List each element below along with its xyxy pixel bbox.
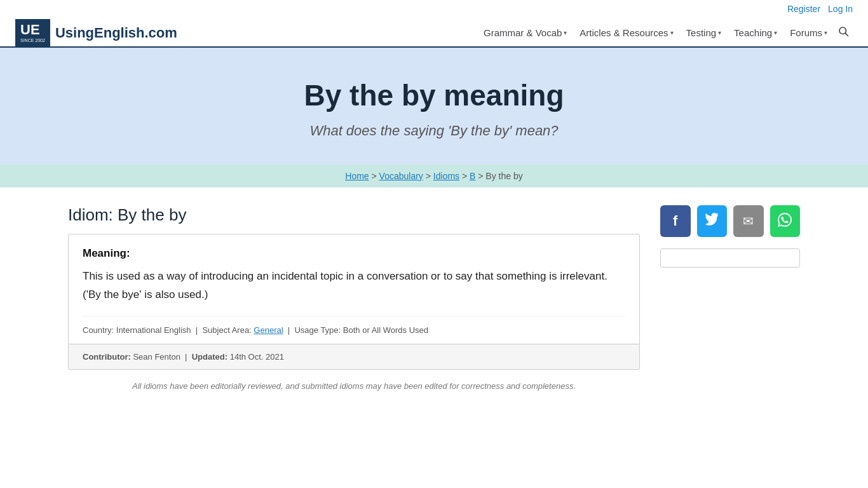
logo-ue: UE (20, 22, 40, 37)
twitter-icon (705, 213, 719, 230)
logo-using: Using (55, 25, 94, 41)
whatsapp-icon (778, 213, 792, 230)
updated-value: 14th Oct. 2021 (230, 352, 284, 362)
breadcrumb-sep3: > (462, 171, 470, 181)
facebook-button[interactable]: f (660, 205, 691, 237)
updated-label: Updated: (192, 352, 227, 362)
logo-since: SINCE 2002 (20, 38, 45, 43)
search-input[interactable] (660, 248, 800, 268)
breadcrumb-sep1: > (372, 171, 379, 181)
login-link[interactable]: Log In (828, 4, 853, 14)
sidebar: f ✉ (660, 205, 800, 391)
breadcrumb: Home > Vocabulary > Idioms > B > By the … (0, 165, 868, 187)
country-value: International English (116, 325, 191, 335)
breadcrumb-vocabulary[interactable]: Vocabulary (379, 171, 423, 181)
contributor-value: Sean Fenton (133, 352, 180, 362)
nav-testing[interactable]: Testing ▾ (680, 24, 728, 42)
usage-value: Both or All Words Used (343, 325, 428, 335)
nav-teaching[interactable]: Teaching ▾ (728, 24, 783, 42)
country-label: Country: (83, 325, 114, 335)
breadcrumb-sep4: > (478, 171, 485, 181)
breadcrumb-idioms[interactable]: Idioms (433, 171, 459, 181)
logo-text: UsingEnglish.com (55, 25, 177, 41)
breadcrumb-current: By the by (485, 171, 522, 181)
main-content: Idiom: By the by Meaning: This is used a… (68, 205, 640, 391)
meaning-label: Meaning: (83, 247, 625, 260)
logo-english: English (94, 25, 144, 41)
whatsapp-button[interactable] (770, 205, 801, 237)
hero-subtitle: What does the saying 'By the by' mean? (15, 123, 853, 139)
breadcrumb-sep2: > (426, 171, 433, 181)
page-title: By the by meaning (15, 78, 853, 112)
twitter-button[interactable] (697, 205, 728, 237)
nav-grammar[interactable]: Grammar & Vocab ▾ (477, 24, 573, 42)
breadcrumb-home[interactable]: Home (345, 171, 369, 181)
facebook-icon: f (673, 213, 677, 229)
subject-value[interactable]: General (254, 325, 283, 335)
logo-box: UE SINCE 2002 (15, 19, 50, 46)
usage-label: Usage Type: (294, 325, 341, 335)
meta-info: Country: International English | Subject… (83, 316, 625, 335)
logo[interactable]: UE SINCE 2002 UsingEnglish.com (15, 19, 177, 46)
email-icon: ✉ (743, 214, 754, 229)
hero-section: By the by meaning What does the saying '… (0, 48, 868, 165)
svg-line-1 (845, 33, 848, 36)
meaning-box: Meaning: This is used as a way of introd… (68, 234, 640, 370)
contributor-label: Contributor: (83, 352, 131, 362)
idiom-title: Idiom: By the by (68, 205, 640, 225)
email-button[interactable]: ✉ (733, 205, 764, 237)
search-button[interactable] (834, 22, 853, 44)
social-buttons: f ✉ (660, 205, 800, 237)
nav-teaching-arrow: ▾ (774, 29, 777, 36)
breadcrumb-b[interactable]: B (470, 171, 475, 181)
nav-articles[interactable]: Articles & Resources ▾ (573, 24, 679, 42)
subject-label: Subject Area: (202, 325, 251, 335)
nav-articles-arrow: ▾ (670, 29, 674, 36)
contributor-bar: Contributor: Sean Fenton | Updated: 14th… (69, 344, 639, 369)
logo-dot: .com (145, 25, 177, 41)
nav-testing-arrow: ▾ (718, 29, 721, 36)
nav-forums[interactable]: Forums ▾ (783, 24, 834, 42)
nav-forums-arrow: ▾ (824, 29, 827, 36)
register-link[interactable]: Register (787, 4, 820, 14)
disclaimer: All idioms have been editorially reviewe… (68, 381, 640, 391)
meaning-text: This is used as a way of introducing an … (83, 268, 625, 304)
nav-grammar-arrow: ▾ (564, 29, 567, 36)
